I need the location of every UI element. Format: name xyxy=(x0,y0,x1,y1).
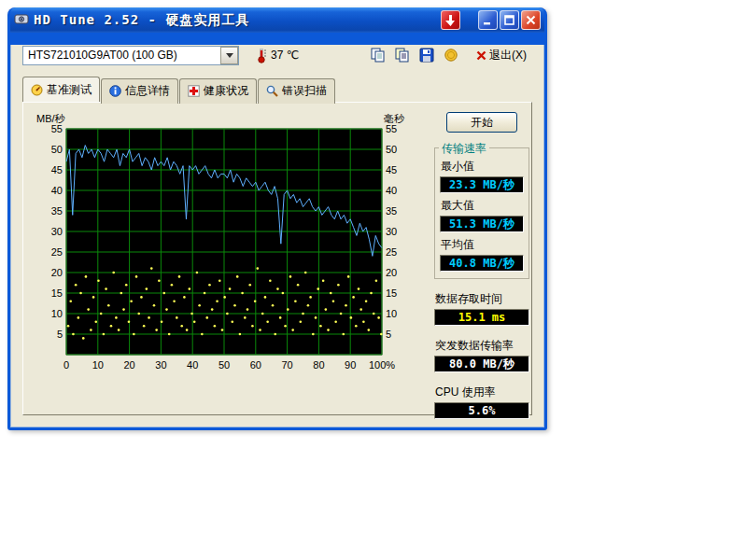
svg-text:30: 30 xyxy=(155,359,166,371)
hdtune-window: HD Tune 2.52 - 硬盘实用工具 HTS7 xyxy=(7,7,547,430)
drive-select-dropdown[interactable]: HTS721010G9AT00 (100 GB) xyxy=(22,46,239,65)
svg-text:30: 30 xyxy=(386,226,397,237)
window-title: HD Tune 2.52 - 硬盘实用工具 xyxy=(34,12,436,29)
minimize-button[interactable] xyxy=(478,10,498,30)
benchmark-panel: 5555505045454040353530302525202015151010… xyxy=(22,102,532,415)
svg-text:35: 35 xyxy=(386,205,397,217)
close-button[interactable] xyxy=(521,10,541,30)
svg-text:40: 40 xyxy=(386,185,397,196)
max-value: 51.3 MB/秒 xyxy=(440,216,524,232)
update-download-button[interactable] xyxy=(441,10,460,30)
tab-info-label: 信息详情 xyxy=(125,83,170,99)
tab-health-label: 健康状况 xyxy=(204,83,248,99)
svg-text:毫秒: 毫秒 xyxy=(384,113,405,124)
access-time-value: 15.1 ms xyxy=(434,309,529,326)
svg-text:70: 70 xyxy=(281,359,292,371)
benchmark-gauge-icon xyxy=(31,84,43,96)
tab-benchmark[interactable]: 基准测试 xyxy=(22,77,100,102)
min-label: 最小值 xyxy=(441,159,524,175)
save-floppy-icon xyxy=(419,48,434,63)
close-icon xyxy=(526,15,536,25)
tab-error-scan-label: 错误扫描 xyxy=(282,83,327,99)
tab-info[interactable]: 信息详情 xyxy=(101,78,178,104)
window-controls xyxy=(478,10,541,30)
svg-text:55: 55 xyxy=(51,123,63,134)
exit-x-icon xyxy=(476,50,486,61)
svg-text:20: 20 xyxy=(51,267,63,278)
svg-text:45: 45 xyxy=(51,164,63,175)
copy-pages-icon xyxy=(371,48,386,63)
tab-health[interactable]: 健康状况 xyxy=(179,78,257,104)
svg-text:50: 50 xyxy=(218,359,230,371)
cpu-usage-section: CPU 使用率 5.6% xyxy=(434,385,529,419)
svg-text:30: 30 xyxy=(51,226,63,237)
temperature-value: 37 ℃ xyxy=(271,49,299,62)
exit-label: 退出(X) xyxy=(489,48,527,63)
svg-text:40: 40 xyxy=(51,185,63,196)
client-area: HTS721010G9AT00 (100 GB) 37 ℃ xyxy=(10,45,544,427)
transfer-rate-group: 传输速率 最小值 23.3 MB/秒 最大值 51.3 MB/秒 平均值 40.… xyxy=(434,147,529,279)
svg-text:10: 10 xyxy=(92,359,104,371)
svg-text:35: 35 xyxy=(51,205,63,217)
svg-text:25: 25 xyxy=(51,246,63,258)
chevron-down-icon[interactable] xyxy=(220,47,238,64)
min-value: 23.3 MB/秒 xyxy=(440,176,524,193)
thermometer-icon xyxy=(256,47,267,63)
access-time-label: 数据存取时间 xyxy=(435,291,529,307)
coin-icon xyxy=(444,48,458,63)
svg-text:50: 50 xyxy=(386,144,397,155)
svg-text:20: 20 xyxy=(123,359,134,371)
cpu-usage-value: 5.6% xyxy=(434,402,529,419)
svg-text:MB/秒: MB/秒 xyxy=(36,113,66,124)
avg-label: 平均值 xyxy=(441,237,524,253)
magnifier-icon xyxy=(266,85,278,97)
transfer-rate-title: 传输速率 xyxy=(439,141,489,157)
toolbar: HTS721010G9AT00 (100 GB) 37 ℃ xyxy=(22,45,532,65)
burst-rate-section: 突发数据传输率 80.0 MB/秒 xyxy=(434,338,529,372)
access-time-section: 数据存取时间 15.1 ms xyxy=(434,291,529,326)
options-button[interactable] xyxy=(440,45,462,65)
svg-text:10: 10 xyxy=(386,308,397,319)
benchmark-chart: 5555505045454040353530302525202015151010… xyxy=(31,110,427,383)
tab-benchmark-label: 基准测试 xyxy=(47,82,92,98)
desktop: HD Tune 2.52 - 硬盘实用工具 HTS7 xyxy=(0,0,747,560)
results-column: 开始 传输速率 最小值 23.3 MB/秒 最大值 51.3 MB/秒 平均值 … xyxy=(434,106,529,424)
svg-text:20: 20 xyxy=(386,267,397,278)
maximize-button[interactable] xyxy=(500,10,519,30)
tab-error-scan[interactable]: 错误扫描 xyxy=(258,78,335,104)
svg-text:50: 50 xyxy=(51,144,63,155)
svg-text:15: 15 xyxy=(386,287,397,299)
minimize-icon xyxy=(483,15,493,25)
down-arrow-icon xyxy=(445,15,456,26)
svg-text:10: 10 xyxy=(51,308,63,319)
svg-text:40: 40 xyxy=(187,359,198,371)
svg-text:45: 45 xyxy=(386,164,397,175)
drive-select-value: HTS721010G9AT00 (100 GB) xyxy=(28,49,220,62)
info-icon xyxy=(109,85,121,97)
svg-text:25: 25 xyxy=(386,246,397,258)
copy-text-icon xyxy=(395,48,410,63)
health-cross-icon xyxy=(188,85,200,97)
avg-value: 40.8 MB/秒 xyxy=(440,255,524,272)
max-label: 最大值 xyxy=(441,198,524,214)
svg-text:5: 5 xyxy=(386,329,391,340)
copy-text-button[interactable] xyxy=(391,45,414,65)
svg-text:0: 0 xyxy=(63,359,69,371)
app-icon xyxy=(14,11,29,29)
svg-text:100%: 100% xyxy=(369,359,395,371)
svg-text:90: 90 xyxy=(345,359,356,371)
svg-text:15: 15 xyxy=(51,287,63,299)
svg-text:60: 60 xyxy=(250,359,261,371)
titlebar: HD Tune 2.52 - 硬盘实用工具 xyxy=(10,7,544,33)
burst-rate-value: 80.0 MB/秒 xyxy=(434,356,529,372)
copy-screenshot-button[interactable] xyxy=(367,45,389,65)
svg-text:55: 55 xyxy=(386,123,397,134)
burst-rate-label: 突发数据传输率 xyxy=(435,338,529,354)
cpu-usage-label: CPU 使用率 xyxy=(435,385,529,400)
svg-text:80: 80 xyxy=(313,359,324,371)
tab-strip: 基准测试 信息详情 健康状况 错误扫描 xyxy=(22,77,543,102)
start-button[interactable]: 开始 xyxy=(446,112,517,133)
save-screenshot-button[interactable] xyxy=(416,45,438,65)
exit-button[interactable]: 退出(X) xyxy=(471,47,532,64)
maximize-icon xyxy=(504,15,514,25)
